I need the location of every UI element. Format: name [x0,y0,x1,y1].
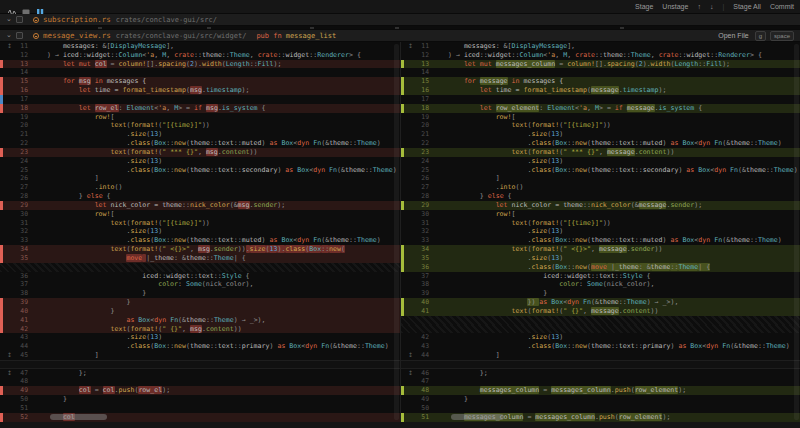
code-line[interactable]: ↕46 }; [401,369,800,378]
code-line[interactable]: 39 } [0,298,400,307]
code-line[interactable]: 42 text(format!(" {}", msg.content)) [0,325,400,334]
code-line[interactable]: 26 ] [401,174,800,183]
prev-hunk-icon[interactable]: ↑ [697,3,701,10]
code-line[interactable]: 23 text(format!(" *** {}", message.conte… [401,148,800,157]
code-line[interactable]: 30 row![ [0,210,400,219]
code-line[interactable]: 32 .size(13) [0,227,400,236]
code-line[interactable]: ↕47 }; [0,369,400,378]
left-diff-pane[interactable]: ↕11 messages: &[DisplayMessage],12) → ic… [0,42,400,422]
code-line[interactable]: 15 for msg in messages { [0,77,400,86]
code-line[interactable]: 31 text(format!("[{time}]")) [0,219,400,228]
code-line[interactable]: 51 [0,404,400,413]
code-line[interactable]: 19 row![ [0,113,400,122]
code-line[interactable]: 17 [401,95,800,104]
horizontal-scrollbar[interactable] [451,414,504,420]
code-line[interactable]: 48 messages_column = messages_column.pus… [401,386,800,395]
code-line[interactable]: 50 [401,404,800,413]
activity-icon[interactable] [8,3,16,11]
code-line[interactable]: 39 } [401,289,800,298]
code-line[interactable]: ↕11 messages: &[DisplayMessage], [0,42,400,51]
code-line[interactable]: 29 let nick_color = theme::nick_color(&m… [401,201,800,210]
stage-all-button[interactable]: Stage All [733,3,761,10]
code-line[interactable]: 16 let time = format_timestamp(message.t… [401,86,800,95]
code-line[interactable]: 41 text(format!(" {}", message.content)) [401,307,800,316]
code-line[interactable]: 19 row![ [401,113,800,122]
code-line[interactable]: 23 text(format!(" *** {}", msg.content)) [0,148,400,157]
code-line[interactable]: ↕11 messages: &[DisplayMessage], [401,42,800,51]
code-line[interactable]: 44 .class(Box::new(theme::text::primary)… [0,342,400,351]
code-line[interactable]: ↕45 ] [0,351,400,360]
code-line[interactable]: 25 .class(Box::new(theme::text::secondar… [0,166,400,175]
code-line[interactable]: 20 text(format!("[{time}]")) [401,121,800,130]
code-line[interactable]: 14 [401,68,800,77]
vertical-scrollbar[interactable] [394,44,399,420]
code-line[interactable]: 28 } else { [0,192,400,201]
code-line[interactable]: 26 ] [0,174,400,183]
code-line[interactable]: 41 as Box<dyn Fn(&theme::Theme) → _>), [0,316,400,325]
code-line[interactable]: 34 text(format!(" <{}>", msg.sender)).si… [0,245,400,254]
code-line[interactable]: 13 let mut col = column![].spacing(2).wi… [0,60,400,69]
code-line[interactable]: 37 iced::widget::text::Style { [401,272,800,281]
code-line[interactable]: 25 .class(Box::new(theme::text::secondar… [401,166,800,175]
code-line[interactable]: 49 col = col.push(row_el); [0,386,400,395]
code-line[interactable]: 24 .size(13) [401,157,800,166]
code-line[interactable]: 12) → iced::widget::Column<'a, M, crate:… [0,51,400,60]
code-line[interactable]: 43 .class(Box::new(theme::text::primary)… [401,342,800,351]
code-line[interactable]: 33 .class(Box::new(theme::text::muted) a… [0,236,400,245]
code-line[interactable]: 34 text(format!(" <{}>", message.sender)… [401,245,800,254]
code-line[interactable]: 36 .class(Box::new(move |_theme: &theme:… [401,263,800,272]
code-line[interactable]: 35 .size(13) [401,254,800,263]
code-line[interactable]: 32 .size(13) [401,227,800,236]
code-line[interactable]: 21 .size(13) [0,130,400,139]
code-line[interactable]: 33 .class(Box::new(theme::text::muted) a… [401,236,800,245]
code-line[interactable]: 35 move |_theme: &theme::Theme| { [0,254,400,263]
code-line[interactable]: 47 [401,377,800,386]
code-line[interactable]: 38 } [0,289,400,298]
code-line[interactable]: 21 .size(13) [401,130,800,139]
stage-checkbox[interactable] [16,32,23,39]
file-section-header-message-view[interactable]: ⌄ message_view.rs crates/conclave-gui/sr… [0,29,800,42]
code-line[interactable]: ↕44 ] [401,351,800,360]
diff-tab-icon[interactable] [36,3,44,11]
code-line[interactable]: 13 let mut messages_column = column![].s… [401,60,800,69]
code-line[interactable]: 16 let time = format_timestamp(msg.times… [0,86,400,95]
code-line[interactable]: 30 row![ [401,210,800,219]
code-line[interactable]: 14 [0,68,400,77]
code-line[interactable]: 37 color: Some(nick_color), [0,280,400,289]
code-line[interactable]: 29 let nick_color = theme::nick_color(&m… [0,201,400,210]
code-line[interactable]: 18 let row_element: Element<'a, M> = if … [401,104,800,113]
open-file-button[interactable]: Open File [718,32,748,39]
code-line[interactable]: 15 for message in messages { [401,77,800,86]
panel-icon[interactable] [22,3,30,11]
code-line[interactable]: 49 } [401,395,800,404]
code-line[interactable]: 43 .size(13) [0,333,400,342]
code-line[interactable]: 36 iced::widget::text::Style { [0,272,400,281]
unstage-button[interactable]: Unstage [662,3,688,10]
code-line[interactable]: 20 text(format!("[{time}]")) [0,121,400,130]
code-line[interactable]: 24 .size(13) [0,157,400,166]
stage-checkbox[interactable] [16,16,23,23]
right-diff-pane[interactable]: ↕11 messages: &[DisplayMessage],12) → ic… [400,42,800,422]
code-line[interactable]: 18 let row_el: Element<'a, M> = if msg.i… [0,104,400,113]
code-line[interactable]: 50 } [0,395,400,404]
code-line[interactable]: 22 .class(Box::new(theme::text::muted) a… [0,139,400,148]
code-line[interactable]: 22 .class(Box::new(theme::text::muted) a… [401,139,800,148]
chevron-down-icon[interactable]: ⌄ [6,15,16,23]
code-line[interactable]: 31 text(format!("[{time}]")) [401,219,800,228]
horizontal-scrollbar[interactable] [50,414,107,420]
code-line[interactable]: 40 }) as Box<dyn Fn(&theme::Theme) → _>)… [401,298,800,307]
code-line[interactable]: 38 color: Some(nick_color), [401,280,800,289]
stage-button[interactable]: Stage [635,3,653,10]
chevron-down-icon[interactable]: ⌄ [6,31,16,39]
next-hunk-icon[interactable]: ↓ [710,3,714,10]
code-line[interactable]: 42 .size(13) [401,333,800,342]
code-line[interactable]: 48 [0,377,400,386]
code-line[interactable]: 17 [0,95,400,104]
file-section-header-subscription[interactable]: ⌄ subscription.rs crates/conclave-gui/sr… [0,14,800,26]
code-line[interactable]: 12) → iced::widget::Column<'a, M, crate:… [401,51,800,60]
code-line[interactable]: 27 .into() [401,183,800,192]
commit-button[interactable]: Commit [770,3,794,10]
code-line[interactable]: 28 } else { [401,192,800,201]
code-line[interactable]: 40 } [0,307,400,316]
vertical-scrollbar[interactable] [794,44,799,420]
